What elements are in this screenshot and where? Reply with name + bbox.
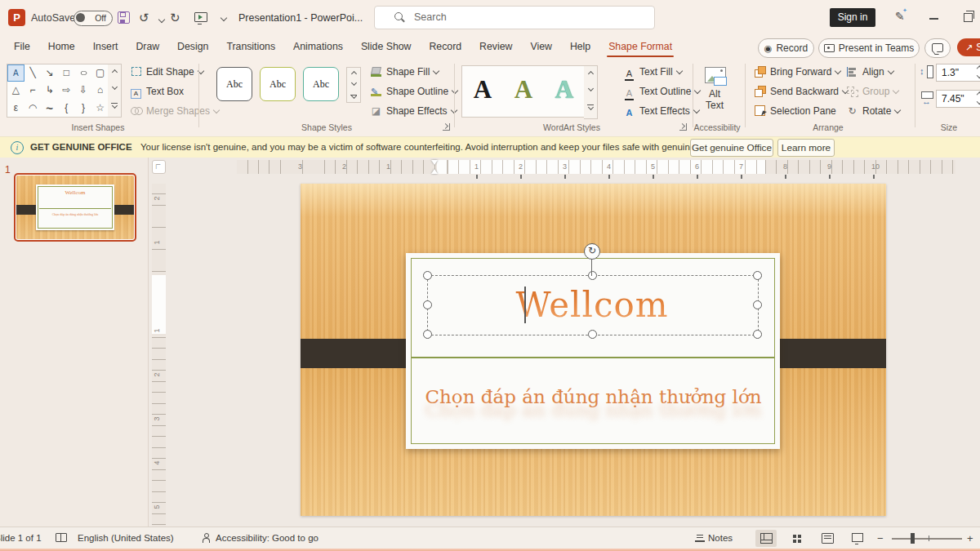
resize-handle-n[interactable] [588, 271, 597, 280]
undo-icon[interactable] [139, 11, 149, 25]
normal-view-button[interactable] [755, 530, 777, 547]
shape-gallery-item-1-4[interactable]: ⇩ [75, 82, 92, 99]
tab-draw[interactable]: Draw [127, 36, 168, 58]
start-slideshow-icon[interactable] [194, 12, 207, 22]
shape-gallery-item-1-5[interactable]: ⌂ [91, 82, 109, 99]
edit-shape-button[interactable]: Edit Shape [129, 64, 203, 81]
styles-more-icon[interactable] [347, 91, 360, 102]
wordart-style-1[interactable]: A [462, 66, 503, 117]
tab-shape-format[interactable]: Shape Format [599, 36, 681, 58]
slide-canvas[interactable]: Wellcom Chọn đáp án đúng nhận thưởng lớn [301, 184, 886, 516]
shape-gallery-item-2-4[interactable]: } [75, 100, 92, 117]
shape-styles-dialog-launcher-icon[interactable] [443, 123, 450, 131]
wordart-style-3[interactable]: A [544, 66, 585, 117]
sign-in-button[interactable]: Sign in [830, 8, 875, 27]
record-button[interactable]: Record [758, 38, 814, 58]
shape-width-input[interactable]: 7.45" [936, 90, 980, 108]
slideshow-view-button[interactable] [847, 530, 868, 547]
shape-style-preset-3[interactable]: Abc [303, 67, 339, 101]
notes-button[interactable]: Notes [695, 533, 733, 543]
tab-slide-show[interactable]: Slide Show [352, 36, 421, 58]
shape-gallery-item-0-4[interactable]: ○ [72, 64, 95, 82]
shape-gallery-item-2-0[interactable]: ε [7, 100, 24, 117]
zoom-out-button[interactable]: − [877, 532, 884, 544]
shape-gallery-item-1-1[interactable]: ⌐ [24, 82, 42, 99]
minimize-button[interactable] [929, 18, 938, 20]
restore-button[interactable] [964, 13, 973, 22]
text-outline-button[interactable]: AText Outline [622, 83, 700, 100]
resize-handle-w[interactable] [423, 300, 432, 309]
zoom-in-button[interactable]: + [967, 532, 973, 544]
shape-gallery-item-0-0[interactable]: A [7, 64, 24, 82]
tab-insert[interactable]: Insert [84, 36, 127, 58]
group-button[interactable]: Group [845, 83, 898, 100]
selection-pane-button[interactable]: Selection Pane [753, 103, 836, 120]
tab-animations[interactable]: Animations [284, 36, 352, 58]
search-input[interactable]: Search [374, 6, 655, 29]
shape-height-input[interactable]: 1.3" [936, 64, 980, 82]
gallery-scroll-up-icon[interactable] [108, 64, 121, 82]
merge-shapes-button[interactable]: Merge Shapes [129, 103, 219, 120]
shape-fill-button[interactable]: Shape Fill [369, 64, 439, 81]
resize-handle-ne[interactable] [753, 271, 762, 280]
shape-gallery-item-1-2[interactable]: ↳ [41, 82, 58, 99]
shape-gallery-item-1-3[interactable]: ⇨ [58, 82, 75, 99]
shape-outline-button[interactable]: Shape Outline [369, 83, 457, 100]
shape-gallery-item-2-3[interactable]: { [58, 100, 75, 117]
resize-handle-se[interactable] [753, 330, 762, 339]
height-spinner[interactable] [977, 64, 980, 80]
share-button[interactable]: S [957, 38, 980, 56]
selection-box[interactable] [427, 275, 759, 335]
gallery-more-icon[interactable] [108, 99, 121, 116]
editing-pen-icon[interactable] [895, 10, 905, 23]
rotate-button[interactable]: Rotate [845, 103, 900, 120]
shape-style-preset-2[interactable]: Abc [260, 67, 296, 101]
slide-sorter-button[interactable] [786, 530, 808, 547]
wordart-more-icon[interactable] [584, 100, 597, 118]
shape-gallery-item-0-1[interactable]: ╲ [24, 64, 42, 82]
shape-gallery-item-2-5[interactable]: ☆ [91, 100, 109, 117]
zoom-slider-track[interactable] [892, 538, 962, 540]
quick-access-more-icon[interactable] [220, 15, 227, 21]
save-icon[interactable] [118, 11, 130, 24]
indent-marker[interactable] [431, 160, 439, 174]
slide-subtitle-text[interactable]: Chọn đáp án đúng nhận thưởng lớn [350, 386, 837, 407]
get-genuine-office-button[interactable]: Get genuine Office [690, 139, 773, 157]
shape-gallery-item-0-2[interactable]: ↘ [41, 64, 58, 82]
resize-handle-sw[interactable] [423, 330, 432, 339]
powerpoint-app-icon[interactable]: P [8, 9, 25, 26]
resize-handle-e[interactable] [753, 300, 762, 309]
tab-transitions[interactable]: Transitions [217, 36, 284, 58]
send-backward-button[interactable]: Send Backward [753, 83, 848, 100]
shape-gallery-item-1-0[interactable]: △ [7, 82, 24, 99]
text-fill-button[interactable]: AText Fill [622, 64, 682, 81]
shape-gallery-item-2-2[interactable]: ~ [41, 100, 58, 117]
width-spinner[interactable] [977, 90, 980, 106]
redo-icon[interactable] [170, 11, 180, 25]
resize-handle-nw[interactable] [423, 271, 432, 280]
shape-style-preset-1[interactable]: Abc [216, 67, 252, 101]
text-box-button[interactable]: AText Box [129, 83, 184, 100]
gallery-scroll-down-icon[interactable] [108, 82, 121, 99]
tab-help[interactable]: Help [561, 36, 599, 58]
undo-dropdown-icon[interactable] [158, 16, 165, 23]
resize-handle-s[interactable] [588, 330, 597, 339]
slide-thumbnail[interactable]: Wellcom Chọn đáp án đúng nhận thưởng lớn [14, 173, 136, 242]
shape-effects-button[interactable]: Shape Effects [369, 103, 457, 120]
align-button[interactable]: Align [845, 64, 893, 81]
language-button[interactable]: English (United States) [78, 533, 174, 543]
tab-review[interactable]: Review [470, 36, 521, 58]
styles-scroll-down-icon[interactable] [347, 79, 360, 91]
tab-design[interactable]: Design [168, 36, 217, 58]
bring-forward-button[interactable]: Bring Forward [753, 64, 840, 81]
tab-record[interactable]: Record [420, 36, 470, 58]
text-effects-button[interactable]: AText Effects [622, 103, 699, 120]
spellcheck-button[interactable] [56, 533, 67, 543]
wordart-dialog-launcher-icon[interactable] [679, 123, 687, 131]
wordart-scroll-down-icon[interactable] [584, 83, 597, 100]
learn-more-button[interactable]: Learn more [777, 139, 835, 157]
tab-view[interactable]: View [521, 36, 560, 58]
tab-file[interactable]: File [5, 36, 39, 58]
autosave-toggle[interactable]: Off [74, 11, 113, 26]
styles-scroll-up-icon[interactable] [347, 68, 360, 79]
